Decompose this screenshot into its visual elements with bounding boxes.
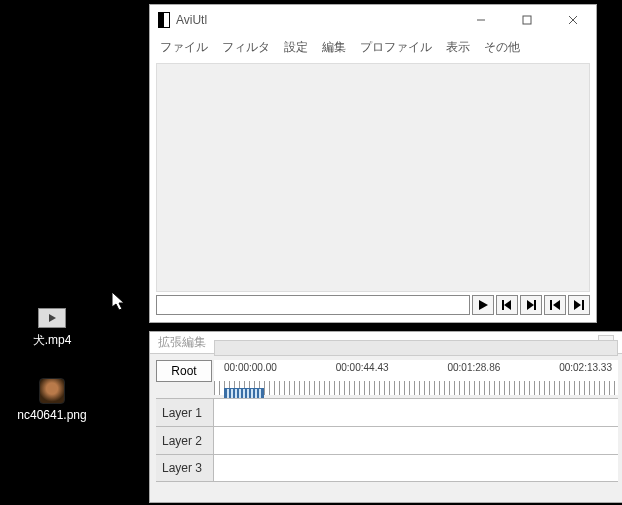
layer-track[interactable]: [214, 455, 618, 481]
desktop-file-video[interactable]: 犬.mp4: [12, 308, 92, 349]
image-thumbnail-icon: [39, 378, 65, 404]
timeline-scrollbar[interactable]: [214, 340, 618, 356]
layer-row: Layer 2: [156, 426, 618, 454]
desktop-file-image[interactable]: nc40641.png: [12, 378, 92, 422]
playback-bar: [156, 294, 590, 316]
close-button[interactable]: [550, 5, 596, 35]
file-label: 犬.mp4: [12, 332, 92, 349]
go-end-icon: [573, 299, 585, 311]
time-marker: 00:00:00.00: [224, 362, 277, 373]
menu-filter[interactable]: フィルタ: [222, 39, 270, 56]
menubar: ファイル フィルタ 設定 編集 プロファイル 表示 その他: [150, 35, 596, 62]
ruler-ticks: [214, 381, 618, 395]
seek-slider[interactable]: [156, 295, 470, 315]
svg-rect-2: [523, 16, 531, 24]
step-back-button[interactable]: [496, 295, 518, 315]
step-forward-icon: [525, 299, 537, 311]
menu-other[interactable]: その他: [484, 39, 520, 56]
timeline-ruler[interactable]: 00:00:00.00 00:00:44.43 00:01:28.86 00:0…: [214, 360, 618, 395]
play-button[interactable]: [472, 295, 494, 315]
layer-track[interactable]: [214, 399, 618, 426]
layer-row: Layer 1: [156, 398, 618, 426]
svg-rect-10: [550, 300, 552, 310]
go-end-button[interactable]: [568, 295, 590, 315]
layer-track[interactable]: [214, 427, 618, 454]
menu-profile[interactable]: プロファイル: [360, 39, 432, 56]
play-icon: [477, 299, 489, 311]
time-marker: 00:00:44.43: [336, 362, 389, 373]
svg-marker-8: [527, 300, 534, 310]
svg-marker-6: [504, 300, 511, 310]
svg-marker-5: [479, 300, 488, 310]
menu-settings[interactable]: 設定: [284, 39, 308, 56]
svg-rect-9: [534, 300, 536, 310]
go-start-button[interactable]: [544, 295, 566, 315]
go-start-icon: [549, 299, 561, 311]
layer-row: Layer 3: [156, 454, 618, 482]
file-label: nc40641.png: [12, 408, 92, 422]
timeline-window: 拡張編集 Root 00:00:00.00 00:00:44.43 00:01:…: [149, 331, 622, 503]
maximize-button[interactable]: [504, 5, 550, 35]
menu-view[interactable]: 表示: [446, 39, 470, 56]
timeline-root-button[interactable]: Root: [156, 360, 212, 382]
svg-marker-11: [553, 300, 560, 310]
aviutl-main-window: AviUtl ファイル フィルタ 設定 編集 プロファイル 表示 その他: [149, 4, 597, 323]
layer-label[interactable]: Layer 3: [156, 455, 214, 481]
svg-marker-12: [574, 300, 581, 310]
svg-rect-13: [582, 300, 584, 310]
app-icon: [158, 12, 170, 28]
titlebar[interactable]: AviUtl: [150, 5, 596, 35]
preview-area: [156, 63, 590, 292]
minimize-button[interactable]: [458, 5, 504, 35]
layer-label[interactable]: Layer 1: [156, 399, 214, 426]
time-marker: 00:02:13.33: [559, 362, 612, 373]
video-thumbnail-icon: [38, 308, 66, 328]
window-title: AviUtl: [176, 13, 458, 27]
timeline-title: 拡張編集: [158, 334, 206, 351]
menu-file[interactable]: ファイル: [160, 39, 208, 56]
step-back-icon: [501, 299, 513, 311]
timeline-layers: Layer 1 Layer 2 Layer 3: [156, 398, 618, 482]
step-forward-button[interactable]: [520, 295, 542, 315]
layer-label[interactable]: Layer 2: [156, 427, 214, 454]
menu-edit[interactable]: 編集: [322, 39, 346, 56]
svg-marker-0: [49, 314, 56, 322]
svg-rect-7: [502, 300, 504, 310]
time-marker: 00:01:28.86: [447, 362, 500, 373]
